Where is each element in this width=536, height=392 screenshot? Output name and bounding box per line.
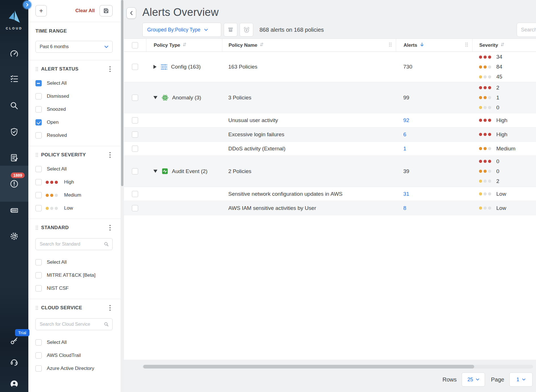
table-row-policy[interactable]: DDoS activity (External) 1 Medium: [124, 142, 536, 156]
row-checkbox[interactable]: [132, 131, 138, 138]
row-checkbox[interactable]: [132, 64, 138, 70]
sidebar-item-dashboard[interactable]: [9, 49, 19, 59]
alerts-count-link[interactable]: 6: [403, 131, 406, 138]
table-row-group-audit-event[interactable]: Audit Event (2) 2 Policies 39 0 0 2: [124, 156, 536, 187]
filter-item-nist-csf[interactable]: NIST CSF: [35, 285, 113, 292]
filter-item-resolved[interactable]: Resolved: [35, 132, 113, 139]
sidebar-expand-bubble[interactable]: [23, 1, 31, 9]
column-header-severity[interactable]: Severity: [472, 39, 536, 52]
filter-item-snoozed[interactable]: Snoozed: [35, 106, 113, 113]
sort-both-icon[interactable]: [260, 42, 264, 48]
expand-row-icon[interactable]: [153, 65, 157, 69]
table-row-policy[interactable]: Unusual user activity 92 High: [124, 113, 536, 127]
kebab-menu-icon[interactable]: [109, 305, 111, 311]
checkbox[interactable]: [35, 93, 42, 99]
cloud-service-search[interactable]: [35, 318, 113, 330]
filter-item-high[interactable]: High: [35, 178, 113, 186]
row-checkbox[interactable]: [132, 146, 138, 152]
filter-item-aws-cloudtrail[interactable]: AWS CloudTrail: [35, 352, 113, 359]
checkbox-checked[interactable]: [35, 119, 42, 125]
row-checkbox[interactable]: [132, 95, 138, 101]
checkbox[interactable]: [35, 352, 42, 359]
snooze-alerts-button[interactable]: [240, 23, 253, 37]
checkbox[interactable]: [35, 106, 42, 112]
sidebar-item-profile[interactable]: [9, 379, 19, 389]
checkbox[interactable]: [35, 365, 42, 372]
checkbox[interactable]: [35, 166, 42, 172]
checkbox[interactable]: [35, 205, 42, 211]
table-row-policy[interactable]: Excessive login failures 6 High: [124, 127, 536, 142]
drag-handle-icon[interactable]: [35, 67, 38, 71]
rows-per-page-select[interactable]: 25: [462, 372, 485, 387]
column-header-policy-type[interactable]: Policy Type: [146, 39, 222, 52]
alerts-count-link[interactable]: 92: [403, 117, 409, 123]
checkbox[interactable]: [35, 272, 42, 278]
checkbox[interactable]: [35, 339, 42, 346]
collapse-row-icon[interactable]: [153, 96, 157, 99]
checkbox[interactable]: [35, 179, 42, 185]
row-checkbox[interactable]: [132, 191, 138, 197]
alerts-count-link[interactable]: 31: [403, 191, 409, 197]
filter-item-open[interactable]: Open: [35, 119, 113, 126]
filter-item-select-all[interactable]: Select All: [35, 165, 113, 173]
column-resize-grip-icon[interactable]: [465, 42, 469, 48]
clear-all-filters-button[interactable]: Clear All: [75, 8, 95, 14]
table-row-group-anomaly[interactable]: Anomaly (3) 3 Policies 99 2 1 0: [124, 82, 536, 113]
checkbox[interactable]: [35, 192, 42, 198]
alerts-count-link[interactable]: 1: [403, 146, 406, 152]
collapse-row-icon[interactable]: [153, 170, 157, 173]
add-filter-button[interactable]: +: [35, 5, 47, 16]
row-checkbox[interactable]: [132, 117, 138, 123]
table-row-policy[interactable]: Sensitive network configuration updates …: [124, 187, 536, 201]
checkbox-indeterminate[interactable]: [35, 80, 42, 86]
filter-item-select-all[interactable]: Select All: [35, 339, 113, 346]
kebab-menu-icon[interactable]: [109, 152, 111, 158]
sort-both-icon[interactable]: [183, 42, 187, 48]
filter-item-mitre[interactable]: MITRE ATT&CK [Beta]: [35, 272, 113, 279]
table-row-group-config[interactable]: Config (163) 163 Policies 730 34 84 45: [124, 52, 536, 82]
grouped-by-dropdown[interactable]: Grouped By:Policy Type: [142, 23, 221, 37]
collapse-filters-button[interactable]: [126, 7, 136, 19]
drag-handle-icon[interactable]: [35, 306, 38, 310]
kebab-menu-icon[interactable]: [109, 66, 111, 72]
column-header-policy-name[interactable]: Policy Name: [222, 39, 396, 52]
table-row-policy[interactable]: AWS IAM sensitive activities by User 8 L…: [124, 201, 536, 215]
sidebar-item-reports[interactable]: [9, 153, 19, 163]
sidebar-item-alerts[interactable]: [9, 179, 19, 189]
drag-handle-icon[interactable]: [35, 153, 38, 157]
scrollbar-thumb[interactable]: [121, 0, 123, 186]
filter-item-medium[interactable]: Medium: [35, 191, 113, 199]
column-header-alerts[interactable]: Alerts: [396, 39, 472, 52]
filter-item-select-all[interactable]: Select All: [35, 80, 113, 87]
row-checkbox[interactable]: [132, 168, 138, 174]
filter-panel-scrollbar[interactable]: [121, 0, 124, 392]
sidebar-item-access-keys[interactable]: [9, 336, 19, 346]
column-resize-grip-icon[interactable]: [388, 42, 392, 48]
sidebar-item-support[interactable]: [9, 357, 19, 367]
time-range-select[interactable]: Past 6 months: [35, 41, 113, 53]
sort-descending-icon[interactable]: [420, 42, 424, 48]
sidebar-item-compute[interactable]: [9, 205, 19, 216]
page-select[interactable]: 1: [509, 372, 533, 387]
cloud-service-search-input[interactable]: [40, 322, 104, 327]
kebab-menu-icon[interactable]: [109, 225, 111, 231]
sidebar-item-settings[interactable]: [9, 231, 19, 241]
checkbox[interactable]: [35, 132, 42, 139]
checkbox[interactable]: [35, 259, 42, 265]
sidebar-item-investigate[interactable]: [9, 101, 19, 111]
filter-item-select-all[interactable]: Select All: [35, 259, 113, 266]
select-all-checkbox[interactable]: [132, 42, 138, 48]
filter-item-low[interactable]: Low: [35, 204, 113, 212]
dismiss-alerts-button[interactable]: [224, 23, 237, 37]
sidebar-item-policies[interactable]: [9, 74, 19, 84]
filter-item-dismissed[interactable]: Dismissed: [35, 93, 113, 100]
horizontal-scrollbar-thumb[interactable]: [143, 365, 474, 368]
table-search-input[interactable]: [517, 23, 536, 37]
sidebar-item-compliance[interactable]: [9, 127, 19, 137]
checkbox[interactable]: [35, 285, 42, 291]
standard-search[interactable]: [35, 238, 113, 250]
row-checkbox[interactable]: [132, 205, 138, 211]
save-filter-button[interactable]: [100, 5, 113, 16]
drag-handle-icon[interactable]: [35, 225, 38, 230]
standard-search-input[interactable]: [40, 242, 104, 247]
